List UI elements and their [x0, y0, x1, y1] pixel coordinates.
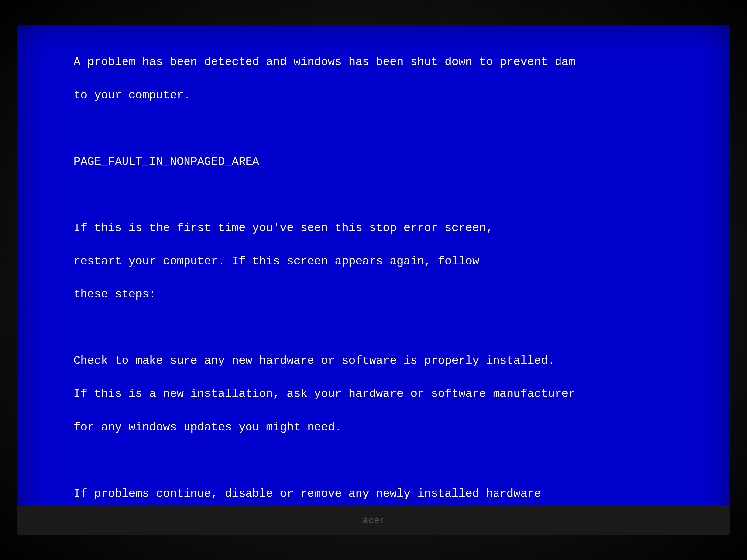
monitor-brand-label: acer [363, 515, 384, 526]
bsod-error-code: PAGE_FAULT_IN_NONPAGED_AREA [74, 155, 259, 168]
monitor-screen: A problem has been detected and windows … [18, 25, 729, 535]
bsod-para2-line2: If this is a new installation, ask your … [74, 388, 575, 400]
bsod-line1: A problem has been detected and windows … [74, 56, 575, 69]
monitor-bezel-bottom: acer [18, 505, 729, 535]
bsod-line2: to your computer. [74, 89, 190, 102]
bsod-content: A problem has been detected and windows … [32, 37, 729, 535]
bsod-para1-line1: If this is the first time you've seen th… [74, 222, 493, 235]
bsod-para1-line2: restart your computer. If this screen ap… [74, 255, 479, 268]
monitor-outer: A problem has been detected and windows … [0, 0, 747, 560]
bsod-para1-line3: these steps: [74, 288, 156, 301]
bsod-para3-line1: If problems continue, disable or remove … [74, 487, 541, 500]
bsod-para2-line1: Check to make sure any new hardware or s… [74, 354, 555, 367]
bsod-para2-line3: for any windows updates you might need. [74, 421, 342, 434]
